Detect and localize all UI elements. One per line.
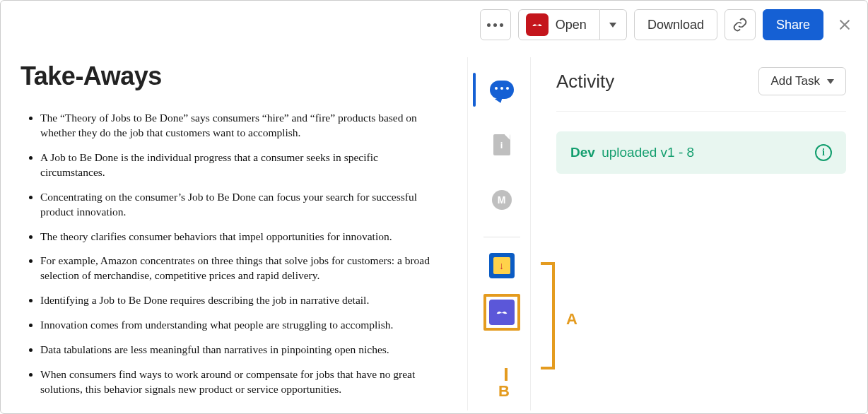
- callout-b-label: B: [498, 382, 510, 401]
- rail-app-download[interactable]: ↓: [473, 246, 531, 285]
- list-item: The “Theory of Jobs to Be Done” says con…: [40, 111, 436, 141]
- share-button[interactable]: Share: [763, 9, 823, 40]
- acrobat-icon: [526, 13, 549, 36]
- rail-tab-file-info[interactable]: i: [473, 121, 531, 169]
- add-task-button[interactable]: Add Task: [758, 67, 846, 95]
- list-item: For example, Amazon concentrates on thre…: [40, 254, 436, 283]
- top-toolbar: Open Download Share: [480, 9, 855, 40]
- close-icon: [838, 18, 852, 32]
- chevron-down-icon: [609, 23, 616, 28]
- close-button[interactable]: [835, 15, 855, 35]
- activity-event[interactable]: Dev uploaded v1 - 8 i: [556, 131, 846, 174]
- bullet-list: The “Theory of Jobs to Be Done” says con…: [20, 111, 445, 397]
- activity-panel: Activity Add Task Dev uploaded v1 - 8 i: [556, 67, 846, 174]
- open-dropdown-button[interactable]: [600, 9, 627, 40]
- rail-tab-comments[interactable]: [473, 66, 531, 114]
- chevron-down-icon: [827, 79, 834, 84]
- activity-action: uploaded v1 - 8: [602, 145, 694, 160]
- activity-title: Activity: [556, 71, 614, 93]
- callout-a-bracket: [541, 262, 555, 369]
- activity-header: Activity Add Task: [556, 67, 846, 112]
- link-icon: [732, 17, 748, 32]
- add-task-label: Add Task: [770, 74, 820, 88]
- metadata-icon: M: [492, 190, 512, 210]
- open-label: Open: [556, 18, 587, 32]
- acrobat-app-icon: [489, 300, 515, 325]
- download-label: Download: [647, 18, 704, 32]
- callout-a-label: A: [566, 310, 577, 329]
- rail-app-acrobat[interactable]: [473, 292, 531, 332]
- list-item: Concentrating on the consumer’s Job to B…: [40, 190, 436, 220]
- document-heading: Take-Aways: [20, 61, 445, 91]
- activity-actor: Dev: [570, 145, 595, 160]
- download-app-icon: ↓: [489, 253, 515, 278]
- document-content: Take-Aways The “Theory of Jobs to Be Don…: [8, 57, 457, 403]
- list-item: Innovation comes from understanding what…: [40, 318, 436, 333]
- share-label: Share: [776, 18, 810, 32]
- comments-icon: [490, 81, 514, 99]
- rail-divider: [483, 237, 520, 237]
- rail-tab-metadata[interactable]: M: [473, 176, 531, 224]
- download-button[interactable]: Download: [634, 9, 717, 40]
- preview-window: Open Download Share Take-Aways The “Th: [0, 0, 868, 414]
- list-item: The theory clarifies consumer behaviors …: [40, 230, 436, 244]
- copy-link-button[interactable]: [725, 9, 756, 40]
- info-icon: i: [815, 144, 832, 161]
- divider: [467, 57, 468, 410]
- open-button-group: Open: [518, 9, 627, 40]
- list-item: When consumers find ways to work around …: [40, 367, 436, 397]
- list-item: A Job to Be Done is the individual progr…: [40, 150, 436, 180]
- list-item: Identifying a Job to Be Done requires de…: [40, 293, 436, 308]
- list-item: Data tabulations are less meaningful tha…: [40, 343, 436, 357]
- side-rail: i M ↓: [473, 57, 531, 410]
- file-info-icon: i: [493, 134, 510, 155]
- callout-b-connector: [505, 368, 508, 381]
- ellipsis-icon: [487, 23, 503, 27]
- open-button[interactable]: Open: [518, 9, 600, 40]
- activity-event-text: Dev uploaded v1 - 8: [570, 145, 694, 160]
- callout-b-highlight: [483, 294, 520, 331]
- more-options-button[interactable]: [480, 9, 511, 40]
